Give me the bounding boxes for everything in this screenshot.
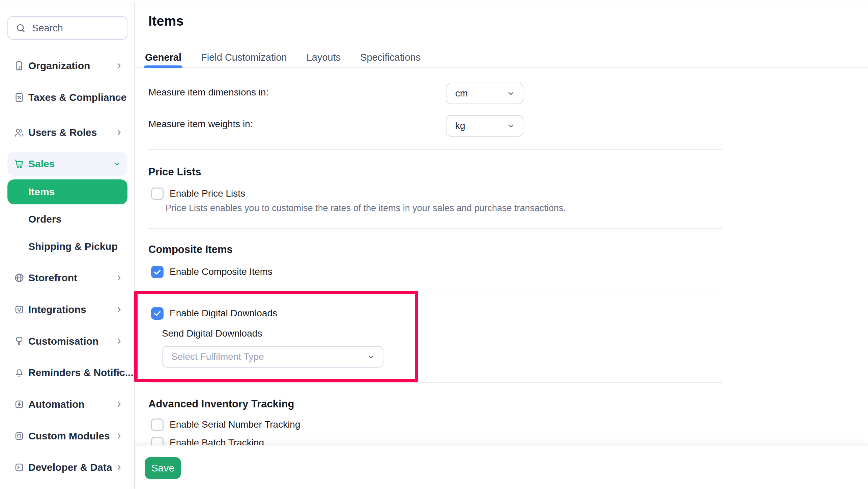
sidebar-item-shipping-pickup[interactable]: Shipping & Pickup [0,231,135,262]
tax-document-icon [14,92,25,103]
sidebar-item-label: Customisation [28,336,98,347]
price-lists-checkbox-label[interactable]: Enable Price Lists [170,188,245,199]
sidebar-item-sales[interactable]: Sales [7,152,127,176]
chevron-right-icon [115,305,123,314]
price-lists-heading: Price Lists [148,166,201,178]
chevron-right-icon [115,337,123,346]
sidebar-item-storefront[interactable]: Storefront [0,262,135,294]
bolt-icon [14,399,25,410]
bell-icon [14,367,25,378]
sidebar-item-label: Shipping & Pickup [28,241,118,252]
weights-unit-value: kg [455,120,465,131]
sidebar-item-items[interactable]: Items [7,179,127,204]
serial-tracking-checkbox[interactable] [151,419,164,431]
sidebar-item-organization[interactable]: Organization [0,50,135,82]
sidebar-item-label: Integrations [28,304,86,315]
sidebar-item-label: Storefront [28,272,77,284]
dimensions-unit-select[interactable]: cm [446,83,523,104]
sidebar-item-reminders-notifications[interactable]: Reminders & Notific... [0,357,135,389]
composite-items-heading: Composite Items [148,243,233,256]
chevron-right-icon [115,400,123,409]
sidebar-item-label: Users & Roles [28,127,97,138]
sidebar-item-orders[interactable]: Orders [0,203,135,235]
building-icon [14,60,25,71]
section-divider [148,382,722,383]
tab-general[interactable]: General [145,47,181,67]
search-icon [16,23,26,33]
sidebar-item-taxes-compliance[interactable]: Taxes & Compliance [0,82,135,113]
tab-field-customization[interactable]: Field Customization [201,47,287,67]
cart-icon [14,159,25,169]
chevron-down-icon [507,89,515,98]
send-digital-downloads-label: Send Digital Downloads [162,328,262,339]
dimensions-unit-value: cm [455,88,468,99]
dimensions-label: Measure item dimensions in: [148,87,268,98]
price-lists-helper-text: Price Lists enables you to customise the… [166,203,566,213]
sidebar-item-developer-data[interactable]: Developer & Data [0,452,135,483]
weights-unit-select[interactable]: kg [446,115,523,137]
enable-price-lists-row[interactable]: Enable Price Lists [151,187,245,200]
chevron-right-icon [115,274,123,282]
save-button[interactable]: Save [145,457,181,479]
sidebar-item-label: Automation [28,399,85,410]
chevron-right-icon [115,128,123,137]
settings-page: Organization Taxes & Compliance Users & … [0,0,868,489]
serial-tracking-checkbox-label[interactable]: Enable Serial Number Tracking [170,419,300,430]
sidebar-item-label: Taxes & Compliance [28,92,126,103]
module-icon [14,431,25,441]
plug-icon [14,304,25,315]
sidebar-item-label: Orders [28,213,61,225]
fulfilment-type-select[interactable]: Select Fulfilment Type [162,346,383,368]
composite-items-checkbox-label[interactable]: Enable Composite Items [170,266,272,277]
paint-icon [14,336,25,347]
enable-digital-downloads-row[interactable]: Enable Digital Downloads [151,307,277,320]
sidebar-item-label: Sales [28,158,55,170]
tab-layouts[interactable]: Layouts [307,47,341,67]
digital-downloads-checkbox[interactable] [151,307,164,320]
sidebar-item-label: Items [28,186,55,198]
users-icon [14,127,25,138]
tab-bar-divider [136,67,868,68]
composite-items-checkbox[interactable] [151,266,164,278]
tab-specifications[interactable]: Specifications [360,47,421,67]
enable-composite-items-row[interactable]: Enable Composite Items [151,265,272,278]
price-lists-checkbox[interactable] [151,188,164,200]
page-title: Items [148,13,184,29]
advanced-inventory-heading: Advanced Inventory Tracking [148,398,294,410]
weights-label: Measure item weights in: [148,119,253,130]
chevron-right-icon [115,463,123,472]
section-divider [148,292,722,292]
digital-downloads-checkbox-label[interactable]: Enable Digital Downloads [170,308,277,319]
tab-bar: General Field Customization Layouts Spec… [145,47,421,67]
sidebar-item-custom-modules[interactable]: Custom Modules [0,420,135,452]
sidebar-item-label: Developer & Data [28,462,112,473]
sidebar-item-users-roles[interactable]: Users & Roles [0,117,135,148]
chevron-right-icon [115,61,123,70]
chevron-down-icon [113,160,121,168]
sidebar-item-label: Custom Modules [28,430,110,442]
sidebar-item-label: Organization [28,60,90,71]
sidebar-search[interactable] [7,16,127,40]
sidebar-item-integrations[interactable]: Integrations [0,294,135,325]
settings-sidebar: Organization Taxes & Compliance Users & … [0,3,135,489]
search-input[interactable] [32,23,113,34]
terminal-icon [14,462,25,473]
enable-serial-tracking-row[interactable]: Enable Serial Number Tracking [151,418,300,431]
chevron-right-icon [115,93,123,102]
fulfilment-type-placeholder: Select Fulfilment Type [171,351,264,362]
footer-action-bar: Save [136,445,868,489]
globe-icon [14,272,25,283]
section-divider [148,149,722,150]
chevron-right-icon [115,432,123,440]
section-divider [148,228,722,229]
chevron-right-icon [115,368,123,377]
chevron-down-icon [507,121,515,130]
sidebar-item-automation[interactable]: Automation [0,389,135,420]
chevron-down-icon [367,352,375,361]
sidebar-item-customisation[interactable]: Customisation [0,325,135,357]
